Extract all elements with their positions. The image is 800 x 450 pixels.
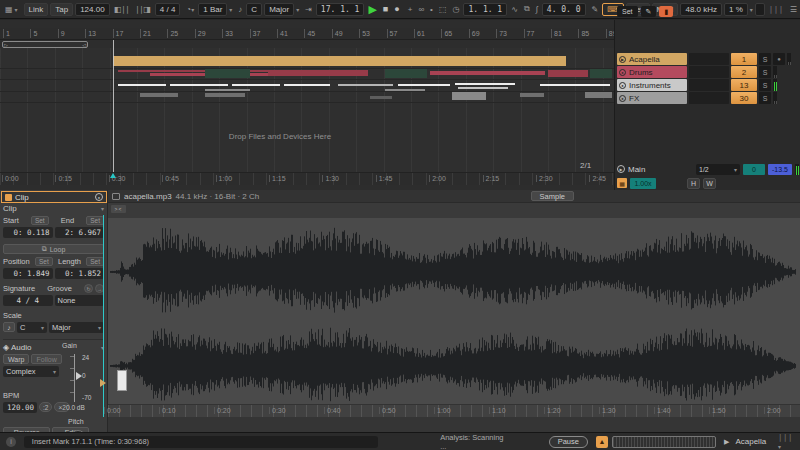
track-row[interactable]: ▶ Acapella 1 S ● <box>617 53 799 65</box>
menu-icon[interactable]: ☰ <box>788 4 799 15</box>
punch-in-icon[interactable]: ∿ <box>509 4 520 15</box>
scale-key-icon[interactable]: ♪ <box>3 322 15 332</box>
arrangement-clip[interactable] <box>118 84 166 86</box>
track-input-number[interactable]: 1 <box>731 53 757 65</box>
arrangement-clip[interactable] <box>430 71 545 75</box>
loop-length-field[interactable]: 4. 0. 0 <box>542 3 586 16</box>
arrangement-clip[interactable] <box>520 93 544 97</box>
nudge-down-icon[interactable]: ◧∣∣ <box>112 4 132 15</box>
sample-tab-button[interactable]: Sample <box>531 191 574 201</box>
set-end-button[interactable]: Set <box>86 216 104 225</box>
sample-scroll-area[interactable] <box>108 417 800 432</box>
main-grid-menu[interactable]: 1/2 ▾ <box>696 164 740 175</box>
tap-tempo-button[interactable]: Tap <box>50 3 73 16</box>
waveform-canvas[interactable] <box>108 218 800 404</box>
loop-start-field[interactable]: 1. 1. 1 <box>463 3 507 16</box>
arrangement-clip[interactable] <box>458 87 508 89</box>
quantize-menu[interactable]: 1 Bar <box>198 3 227 16</box>
beat-time-ruler[interactable]: 1591317212529333741454953576165697377818… <box>0 28 614 40</box>
warp-mode-menu[interactable]: Complex ▾ <box>3 366 59 377</box>
loop-button[interactable]: ⧉ Loop <box>3 244 104 254</box>
arrangement-clip[interactable] <box>205 69 250 78</box>
loop-length-field[interactable]: 0: 1.852 <box>55 268 105 279</box>
loop-end-handle-icon[interactable]: ◁ <box>82 42 86 48</box>
set-position-button[interactable]: Set <box>35 257 53 266</box>
arrangement-clip[interactable] <box>585 92 612 98</box>
alert-icon[interactable]: ▲ <box>596 436 608 448</box>
main-pan-field[interactable]: 0 <box>743 164 765 175</box>
clip-activator-icon[interactable]: ● <box>95 193 103 201</box>
half-tempo-button[interactable]: :2 <box>39 402 52 412</box>
status-meter-icon[interactable]: ∣∣∣ ▾ <box>778 433 800 450</box>
time-signature-field[interactable]: 4 / 4 <box>155 3 181 16</box>
solo-button[interactable]: S <box>759 66 771 78</box>
scale-key-icon[interactable]: ♪ <box>236 4 244 15</box>
play-button[interactable]: ▶ <box>366 3 378 16</box>
punch-out-icon[interactable]: ∫ <box>534 4 540 15</box>
nudge-up-icon[interactable]: ∣∣◨ <box>133 4 153 15</box>
follow-button[interactable]: Follow <box>31 354 61 364</box>
arm-button[interactable]: ● <box>773 53 785 65</box>
capture-midi-icon[interactable]: ◷ <box>450 4 461 15</box>
arrangement-clip[interactable] <box>284 84 330 86</box>
arrangement-clip[interactable] <box>590 69 612 78</box>
loop-position-field[interactable]: 0: 1.849 <box>3 268 53 279</box>
arrangement-clip[interactable] <box>232 84 280 86</box>
zoom-width-button[interactable]: W <box>703 178 716 189</box>
arrangement-clip[interactable] <box>540 84 610 86</box>
loop-start-handle-icon[interactable]: ▷ <box>4 42 8 48</box>
selection-handle[interactable] <box>117 370 127 391</box>
zoom-height-button[interactable]: H <box>687 178 700 189</box>
clip-start-flag-icon[interactable] <box>100 379 106 387</box>
scale-name-menu[interactable]: Major <box>264 3 294 16</box>
arrangement-clip[interactable] <box>385 89 425 91</box>
arrangement-clip[interactable] <box>205 89 250 91</box>
clip-section-header[interactable]: Clip ▾ <box>3 204 104 213</box>
arrangement-clip[interactable] <box>140 93 178 97</box>
cpu-load-display[interactable]: 1 % <box>724 3 748 16</box>
info-icon[interactable]: i <box>6 437 16 447</box>
overdub-icon[interactable]: ∞ <box>416 4 426 15</box>
waveform-area[interactable] <box>108 218 800 404</box>
metronome-icon[interactable]: ◔▾ <box>184 4 196 15</box>
zoom-factor-field[interactable]: 1.00x <box>630 178 656 189</box>
arrangement-clip[interactable] <box>455 83 515 85</box>
track-name-instruments[interactable]: ● Instruments <box>617 79 687 91</box>
arrangement-view[interactable]: 1591317212529333741454953576165697377818… <box>0 20 614 190</box>
arrangement-clip[interactable] <box>113 56 566 66</box>
clip-panel-header[interactable]: Clip ● <box>1 191 107 203</box>
stop-button[interactable]: ■ <box>381 3 390 15</box>
track-row[interactable]: ● FX 30 S <box>617 92 799 104</box>
zoom-fit-icon[interactable]: >< <box>111 205 126 213</box>
clip-end-field[interactable]: 2: 6.967 <box>55 227 105 238</box>
draw-mode-icon[interactable]: ✎ <box>590 4 601 15</box>
arrangement-position-field[interactable]: 17. 1. 1 <box>316 3 365 16</box>
gain-slider[interactable] <box>74 354 75 402</box>
arrangement-clip[interactable] <box>548 70 588 77</box>
selection-box-icon[interactable]: ⬚ <box>437 4 449 15</box>
set-length-button[interactable]: Set <box>86 257 104 266</box>
arrangement-clip[interactable] <box>398 84 450 86</box>
arrangement-clip[interactable] <box>170 84 228 86</box>
set-locator-button[interactable]: Set <box>617 6 638 17</box>
arrangement-clip[interactable] <box>205 93 245 97</box>
track-input-number[interactable]: 2 <box>731 66 757 78</box>
track-freeze-slot[interactable] <box>689 53 729 65</box>
clip-scale-root-menu[interactable]: C ▾ <box>17 322 47 333</box>
track-name-acapella[interactable]: ▶ Acapella <box>617 53 687 65</box>
solo-button[interactable]: S <box>759 79 771 91</box>
add-locator-icon[interactable]: + <box>406 4 415 15</box>
arrangement-time-ruler[interactable]: 0:000:150:300:451:001:151:301:452:002:15… <box>0 172 614 185</box>
draw-automation-icon[interactable]: ✎ <box>641 6 657 17</box>
arrangement-clip[interactable] <box>268 70 368 76</box>
arrangement-lanes[interactable] <box>0 48 614 172</box>
follow-icon[interactable]: ⇥ <box>303 4 314 15</box>
track-freeze-slot[interactable] <box>689 66 729 78</box>
pause-analysis-button[interactable]: Pause <box>549 436 588 448</box>
track-name-drums[interactable]: ● Drums <box>617 66 687 78</box>
clip-start-field[interactable]: 0: 0.118 <box>3 227 53 238</box>
record-button[interactable]: ● <box>392 3 401 15</box>
warp-button[interactable]: Warp <box>3 354 29 364</box>
loop-switch-icon[interactable]: ⧉ <box>522 3 532 15</box>
track-name-fx[interactable]: ● FX <box>617 92 687 104</box>
